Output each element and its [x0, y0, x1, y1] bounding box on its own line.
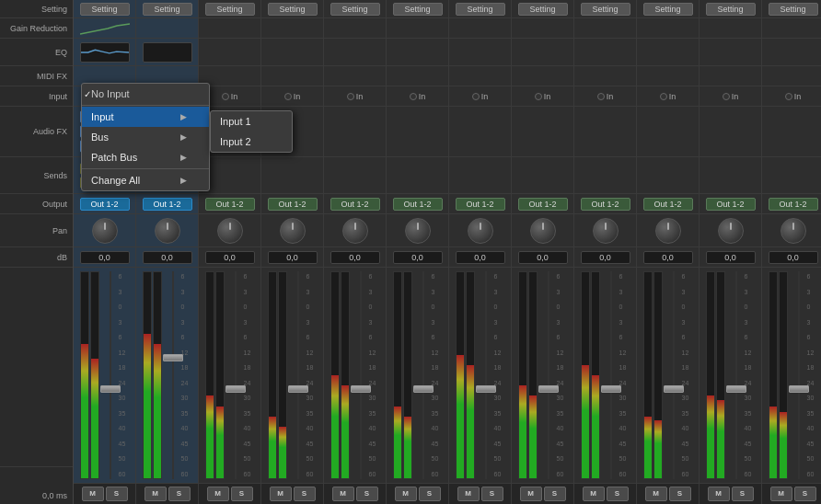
mute-button-7[interactable]: M — [457, 487, 480, 501]
setting-button-4[interactable]: Setting — [268, 3, 318, 16]
channel-strip-12: Setting In Out 1-2 0,0 63036121824303540… — [762, 0, 821, 504]
setting-button-2[interactable]: Setting — [143, 3, 192, 16]
output-button-9[interactable]: Out 1-2 — [581, 198, 630, 211]
pan-knob-4[interactable] — [280, 218, 306, 244]
mute-button-3[interactable]: M — [207, 487, 229, 501]
output-button-1[interactable]: Out 1-2 — [80, 198, 130, 211]
dropdown-no-input[interactable]: ✓ No Input — [82, 84, 209, 104]
mute-button-9[interactable]: M — [583, 487, 605, 501]
pan-knob-11[interactable] — [718, 218, 744, 244]
output-button-7[interactable]: Out 1-2 — [456, 198, 505, 211]
mute-button-11[interactable]: M — [708, 487, 730, 501]
db-display-8[interactable]: 0,0 — [518, 251, 568, 264]
pan-knob-7[interactable] — [468, 218, 493, 244]
db-display-4[interactable]: 0,0 — [268, 251, 318, 264]
pan-knob-2[interactable] — [155, 218, 180, 244]
solo-button-3[interactable]: S — [231, 487, 253, 501]
fader-handle-5[interactable] — [351, 385, 371, 393]
pan-knob-12[interactable] — [781, 218, 806, 244]
dropdown-bus[interactable]: Bus ▶ — [82, 127, 209, 147]
db-display-11[interactable]: 0,0 — [706, 251, 756, 264]
setting-button-1[interactable]: Setting — [80, 3, 130, 16]
solo-button-11[interactable]: S — [732, 487, 754, 501]
output-button-8[interactable]: Out 1-2 — [518, 198, 568, 211]
db-display-12[interactable]: 0,0 — [769, 251, 818, 264]
eq-display-2[interactable] — [143, 42, 192, 63]
pan-knob-6[interactable] — [405, 218, 431, 244]
fader-handle-10[interactable] — [664, 385, 684, 393]
mute-button-12[interactable]: M — [770, 487, 792, 501]
solo-button-5[interactable]: S — [356, 487, 378, 501]
output-button-10[interactable]: Out 1-2 — [643, 198, 693, 211]
mute-button-10[interactable]: M — [645, 487, 667, 501]
pan-knob-5[interactable] — [342, 218, 368, 244]
eq-display-1[interactable] — [80, 42, 130, 63]
solo-button-2[interactable]: S — [168, 487, 191, 501]
db-display-10[interactable]: 0,0 — [643, 251, 693, 264]
dropdown-input[interactable]: Input ▶ — [82, 107, 209, 127]
dropdown-no-input-label: No Input — [91, 88, 130, 99]
mute-button-2[interactable]: M — [145, 487, 167, 501]
setting-button-10[interactable]: Setting — [643, 3, 693, 16]
output-button-4[interactable]: Out 1-2 — [268, 198, 318, 211]
dropdown-input-1[interactable]: Input 1 — [211, 111, 292, 132]
mute-button-4[interactable]: M — [270, 487, 292, 501]
output-button-12[interactable]: Out 1-2 — [769, 198, 818, 211]
db-display-3[interactable]: 0,0 — [205, 251, 255, 264]
mute-button-5[interactable]: M — [332, 487, 354, 501]
setting-button-8[interactable]: Setting — [518, 3, 568, 16]
solo-button-7[interactable]: S — [481, 487, 503, 501]
fader-handle-6[interactable] — [413, 385, 434, 393]
fader-handle-3[interactable] — [225, 385, 246, 393]
setting-button-7[interactable]: Setting — [456, 3, 505, 16]
output-button-11[interactable]: Out 1-2 — [706, 198, 756, 211]
label-output: Output — [0, 194, 73, 214]
fader-handle-2[interactable] — [163, 354, 183, 361]
solo-button-9[interactable]: S — [607, 487, 629, 501]
dropdown-patch-bus[interactable]: Patch Bus ▶ — [82, 147, 209, 167]
fader-handle-12[interactable] — [789, 385, 809, 393]
db-display-6[interactable]: 0,0 — [393, 251, 443, 264]
output-button-2[interactable]: Out 1-2 — [143, 198, 192, 211]
fader-handle-9[interactable] — [601, 385, 621, 393]
input-dropdown-menu: ✓ No Input Input ▶ Bus ▶ Patch Bus ▶ Cha… — [81, 83, 293, 191]
solo-button-12[interactable]: S — [794, 487, 816, 501]
pan-knob-8[interactable] — [530, 218, 556, 244]
solo-button-10[interactable]: S — [669, 487, 691, 501]
fader-handle-7[interactable] — [476, 385, 496, 393]
setting-button-6[interactable]: Setting — [393, 3, 443, 16]
fader-handle-4[interactable] — [288, 385, 308, 393]
output-button-3[interactable]: Out 1-2 — [205, 198, 255, 211]
setting-button-11[interactable]: Setting — [706, 3, 756, 16]
setting-button-9[interactable]: Setting — [581, 3, 630, 16]
db-display-7[interactable]: 0,0 — [456, 251, 505, 264]
pan-knob-3[interactable] — [217, 218, 243, 244]
fader-handle-1[interactable] — [100, 385, 121, 393]
dropdown-change-all[interactable]: Change All ▶ — [82, 170, 209, 190]
db-display-2[interactable]: 0,0 — [143, 251, 192, 264]
solo-button-6[interactable]: S — [419, 487, 441, 501]
pan-knob-1[interactable] — [92, 218, 118, 244]
setting-button-12[interactable]: Setting — [769, 3, 818, 16]
db-display-5[interactable]: 0,0 — [330, 251, 380, 264]
mute-button-8[interactable]: M — [520, 487, 542, 501]
fader-scale-1: 63036121824303540455060 — [119, 271, 130, 479]
output-button-6[interactable]: Out 1-2 — [393, 198, 443, 211]
setting-button-5[interactable]: Setting — [330, 3, 380, 16]
dropdown-input-2[interactable]: Input 2 — [211, 132, 292, 152]
setting-button-3[interactable]: Setting — [205, 3, 255, 16]
solo-button-4[interactable]: S — [294, 487, 316, 501]
mute-button-1[interactable]: M — [82, 487, 104, 501]
pan-knob-10[interactable] — [655, 218, 681, 244]
db-display-9[interactable]: 0,0 — [581, 251, 630, 264]
fader-handle-8[interactable] — [538, 385, 559, 393]
dropdown-input-label: Input — [91, 111, 113, 122]
output-button-5[interactable]: Out 1-2 — [330, 198, 380, 211]
pan-knob-9[interactable] — [593, 218, 619, 244]
solo-button-1[interactable]: S — [106, 487, 128, 501]
mute-button-6[interactable]: M — [395, 487, 417, 501]
channel-strip-7: Setting In Out 1-2 0,0 63036121824303540… — [449, 0, 512, 504]
solo-button-8[interactable]: S — [544, 487, 566, 501]
fader-handle-11[interactable] — [726, 385, 746, 393]
db-display-1[interactable]: 0,0 — [80, 251, 130, 264]
